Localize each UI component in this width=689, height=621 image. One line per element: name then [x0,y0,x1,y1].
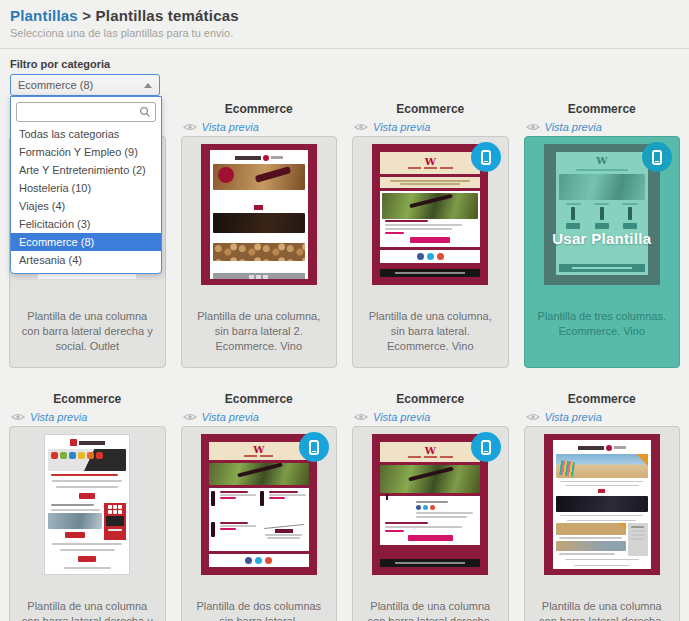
template-thumbnail[interactable] [201,144,317,285]
template-thumbnail[interactable] [44,434,130,575]
preview-link[interactable]: Vista previa [181,408,338,426]
template-card: Ecommerce Vista previa W [352,392,509,621]
dropdown-option[interactable]: Felicitación (3) [11,215,161,233]
dropdown-option[interactable]: Viajes (4) [11,197,161,215]
card-title: Ecommerce [352,102,509,118]
template-card: Ecommerce Vista previa W [524,102,681,368]
breadcrumb-link-plantillas[interactable]: Plantillas [10,7,78,24]
phone-icon [481,150,491,165]
preview-label: Vista previa [30,411,87,423]
card-title: Ecommerce [524,392,681,408]
preview-label: Vista previa [202,411,259,423]
preview-label: Vista previa [373,411,430,423]
preview-label: Vista previa [202,121,259,133]
eye-icon [526,122,540,132]
breadcrumb: Plantillas > Plantillas temáticas [10,7,679,24]
preview-link[interactable]: Vista previa [352,118,509,136]
preview-label: Vista previa [545,121,602,133]
preview-link[interactable]: Vista previa [352,408,509,426]
card-caption: Plantilla de una columna, sin barra late… [182,309,337,354]
preview-label: Vista previa [373,121,430,133]
breadcrumb-current: Plantillas temáticas [96,7,239,24]
template-tile[interactable]: W Plantilla de una columna, sin barra la… [352,136,509,368]
card-title: Ecommerce [181,102,338,118]
preview-link[interactable]: Vista previa [9,408,166,426]
template-tile[interactable]: Plantilla de una columna con barra later… [9,426,166,621]
template-card: Ecommerce Vista previa [9,392,166,621]
card-caption: Plantilla de una columna con barra later… [10,309,165,354]
card-caption: Plantilla de una columna con barra later… [10,599,165,621]
preview-link[interactable]: Vista previa [524,118,681,136]
use-template-button[interactable]: Usar Plantilla [532,230,672,247]
category-select[interactable]: Ecommerce (8) [10,74,160,96]
template-card: Ecommerce Vista previa W [352,102,509,368]
mobile-badge [299,432,329,462]
card-title: Ecommerce [352,392,509,408]
template-card: Ecommerce Vista previa [524,392,681,621]
selected-category: Ecommerce (8) [18,79,93,91]
search-icon [139,106,151,118]
card-title: Ecommerce [181,392,338,408]
dropdown-option-selected[interactable]: Ecommerce (8) [11,233,161,251]
page-subtitle: Selecciona una de las plantillas para tu… [10,27,679,39]
eye-icon [354,122,368,132]
template-tile[interactable]: Plantilla de una columna, sin barra late… [181,136,338,368]
card-caption: Plantilla de tres columnas. Ecommerce. V… [525,309,680,339]
card-caption: Plantilla de una columna con barra later… [353,599,508,621]
template-card: Ecommerce Vista previa W [181,392,338,621]
card-title: Ecommerce [524,102,681,118]
page-header: Plantillas > Plantillas temáticas Selecc… [0,0,689,49]
mobile-badge [471,142,501,172]
eye-icon [354,412,368,422]
template-tile[interactable]: W [352,426,509,621]
dropdown-option[interactable]: Formación Y Empleo (9) [11,143,161,161]
template-thumbnail[interactable] [544,434,660,575]
template-thumbnail[interactable]: W Usar Plantilla [544,144,660,285]
card-title: Ecommerce [9,392,166,408]
dropdown-option[interactable]: Artesania (4) [11,251,161,269]
card-caption: Plantilla de dos columnas sin barra late… [182,599,337,621]
dropdown-option[interactable]: Arte Y Entretenimiento (2) [11,161,161,179]
breadcrumb-separator: > [82,7,91,24]
eye-icon [183,412,197,422]
phone-icon [309,440,319,455]
eye-icon [183,122,197,132]
mobile-badge [642,142,672,172]
eye-icon [11,412,25,422]
preview-link[interactable]: Vista previa [524,408,681,426]
dropdown-options: Todas las categorias Formación Y Empleo … [11,125,161,269]
category-filter: Filtro por categoria Ecommerce (8) Todas… [0,49,689,96]
card-caption: Plantilla de una columna, sin barra late… [353,309,508,354]
dropdown-option[interactable]: Todas las categorias [11,125,161,143]
eye-icon [526,412,540,422]
dropdown-search-input[interactable] [16,102,156,122]
template-thumbnail[interactable]: W [372,434,488,575]
card-caption: Plantilla de una columna con barra later… [525,599,680,621]
template-tile-hovered[interactable]: W Usar Plantilla Plantilla de tres colum… [524,136,681,368]
dropdown-option[interactable]: Hosteleria (10) [11,179,161,197]
template-card: Ecommerce Vista previa P [181,102,338,368]
template-tile[interactable]: W Plantilla de dos columnas sin barra la… [181,426,338,621]
chevron-up-icon [144,83,152,88]
template-tile[interactable]: Plantilla de una columna con barra later… [524,426,681,621]
template-thumbnail[interactable]: W [201,434,317,575]
mobile-badge [471,432,501,462]
phone-icon [481,440,491,455]
template-thumbnail[interactable]: W [372,144,488,285]
category-dropdown: Todas las categorias Formación Y Empleo … [10,96,162,274]
hover-overlay [544,144,660,285]
filter-label: Filtro por categoria [10,58,679,70]
preview-label: Vista previa [545,411,602,423]
preview-link[interactable]: Vista previa [181,118,338,136]
phone-icon [652,150,662,165]
